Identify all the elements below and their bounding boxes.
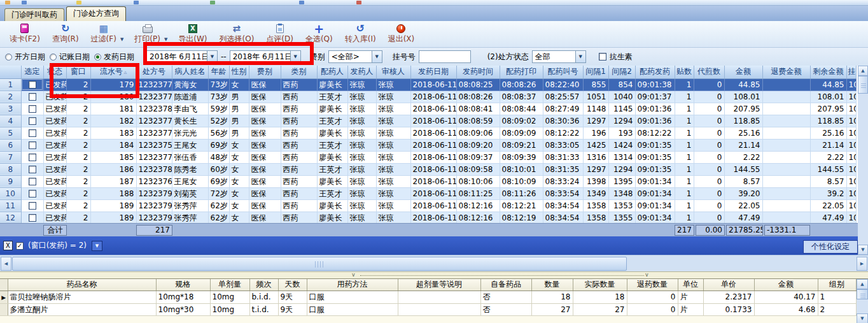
personalize-settings-button[interactable]: 个性化设定: [803, 240, 858, 254]
row-checkbox[interactable]: [29, 190, 36, 197]
scrollbar-thumb[interactable]: [12, 257, 627, 271]
column-header-性别[interactable]: 性别: [229, 66, 249, 78]
chevron-down-icon[interactable]: ▼: [164, 37, 167, 42]
detail-column-header-单剂量[interactable]: 单剂量: [210, 279, 249, 291]
column-header-病人姓名[interactable]: 病人姓名: [172, 66, 208, 78]
tab-prescription-query[interactable]: 门诊处方查询: [66, 6, 126, 21]
scroll-up-icon[interactable]: ▲: [857, 279, 868, 289]
table-row[interactable]: 5已发药218312323770张元光56岁男医保西药廖美长张琼张琼2018-0…: [0, 127, 856, 139]
horizontal-scrollbar[interactable]: ◀ ▶: [0, 255, 868, 271]
scroll-right-icon[interactable]: ▶: [857, 257, 867, 271]
reg-no-input[interactable]: [419, 50, 471, 63]
sync-button[interactable]: 转入库(I): [340, 22, 381, 47]
status-combo[interactable]: 全部 ▼: [532, 50, 586, 63]
detail-column-header-退药数量[interactable]: 退药数量: [627, 279, 678, 291]
cell[interactable]: [21, 163, 43, 175]
table-row[interactable]: 12已发药218912323794张秀萍62岁女医保西药廖美长张琼张琼2018-…: [0, 212, 856, 223]
filter-enabled-checkbox[interactable]: [16, 242, 24, 250]
table-row[interactable]: 6已发药218412323754王尾女69岁女医保西药王英才张琼张琼2018-0…: [0, 139, 856, 151]
row-checkbox[interactable]: [29, 105, 36, 113]
column-header-选定[interactable]: 选定: [21, 66, 43, 78]
cell[interactable]: [21, 78, 43, 90]
table-row[interactable]: 9已发药218712323760王尾女69岁女医保西药廖美长张琼张琼2018-0…: [0, 175, 856, 187]
chevron-down-icon[interactable]: ▼: [372, 51, 382, 62]
detail-vertical-scrollbar[interactable]: ▲ ▼: [857, 279, 868, 323]
detail-column-header-用药方法[interactable]: 用药方法: [307, 279, 398, 291]
detail-table-row[interactable]: 多潘立酮片10mg*3010mgt.i.d.9天口服否27270片0.17334…: [0, 303, 856, 315]
cell[interactable]: [21, 199, 43, 212]
column-header-代煎数[interactable]: 代煎数: [694, 66, 724, 78]
detail-column-header-数量[interactable]: 数量: [531, 279, 573, 291]
column-header-间隔1[interactable]: 间隔1: [583, 66, 608, 78]
detail-column-header-规格[interactable]: 规格: [156, 279, 210, 291]
column-header-退费金额[interactable]: 退费金额: [762, 66, 810, 78]
detail-column-header-实际数量[interactable]: 实际数量: [573, 279, 627, 291]
chevron-down-icon[interactable]: ▼: [575, 51, 585, 62]
detail-column-header-天数[interactable]: 天数: [278, 279, 307, 291]
scroll-down-icon[interactable]: ▼: [857, 313, 868, 323]
scrollbar-thumb[interactable]: [857, 289, 868, 299]
filter-button[interactable]: 过滤(F): [87, 22, 121, 47]
chevron-down-icon[interactable]: ▼: [120, 37, 123, 42]
detail-column-header-超剂量等说明[interactable]: 超剂量等说明: [398, 279, 480, 291]
scroll-down-icon[interactable]: ▼: [858, 245, 868, 255]
column-header-金额[interactable]: 金额: [724, 66, 762, 78]
date-type-radio-1[interactable]: 开方日期: [5, 52, 45, 62]
scroll-up-icon[interactable]: ▲: [858, 66, 868, 76]
detail-column-header-组别[interactable]: 组别: [818, 279, 856, 291]
scrollbar-thumb[interactable]: [858, 76, 868, 94]
row-checkbox[interactable]: [29, 81, 36, 89]
cell[interactable]: [21, 212, 43, 223]
table-row[interactable]: 3已发药218112323783李由飞59岁男医保西药廖美长张琼张琼2018-0…: [0, 103, 856, 115]
table-row[interactable]: 10已发药218812323792刘菊英72岁女医保西药王英才张琼张琼2018-…: [0, 187, 856, 199]
table-row[interactable]: 7已发药218512323772张伍香48岁女医保西药廖美长张琼张琼2018-0…: [0, 151, 856, 163]
column-header-配药人[interactable]: 配药人: [317, 66, 347, 78]
antibiotic-checkbox[interactable]: [599, 53, 606, 61]
column-header-配药叫号[interactable]: 配药叫号: [543, 66, 583, 78]
cell[interactable]: [21, 151, 43, 163]
card-reader-button[interactable]: 读卡(F2): [5, 22, 45, 47]
row-checkbox[interactable]: [29, 93, 36, 101]
row-checkbox[interactable]: [29, 178, 36, 185]
detail-column-header-单价[interactable]: 单价: [703, 279, 754, 291]
row-checkbox[interactable]: [29, 117, 36, 125]
row-checkbox[interactable]: [29, 166, 36, 173]
detail-column-header-金额[interactable]: 金额: [754, 279, 818, 291]
column-header-处方号[interactable]: 处方号: [136, 66, 172, 78]
column-header-发药日期[interactable]: 发药日期: [410, 66, 456, 78]
date-type-radio-3[interactable]: 发药日期: [94, 52, 134, 62]
column-header-rownum[interactable]: [0, 66, 21, 78]
column-header-费别[interactable]: 费别: [249, 66, 281, 78]
cell[interactable]: [21, 115, 43, 127]
cell[interactable]: [21, 90, 43, 103]
column-header-贴数[interactable]: 贴数: [675, 66, 694, 78]
column-header-配药打印[interactable]: 配药打印: [500, 66, 543, 78]
detail-column-header-药品名称[interactable]: 药品名称: [8, 279, 156, 291]
vertical-scrollbar[interactable]: ▲ ▼: [858, 66, 868, 255]
cell[interactable]: [21, 103, 43, 115]
row-checkbox[interactable]: [29, 214, 36, 222]
column-header-发药时间[interactable]: 发药时间: [456, 66, 500, 78]
table-row[interactable]: 11已发药218912323793张秀萍62岁女医保西药廖美长张琼张琼2018-…: [0, 199, 856, 212]
cell[interactable]: [21, 187, 43, 199]
detail-column-header-自备药品[interactable]: 自备药品: [480, 279, 531, 291]
row-checkbox[interactable]: [29, 154, 36, 161]
row-checkbox[interactable]: [29, 129, 36, 137]
row-checkbox[interactable]: [29, 141, 36, 149]
scroll-left-icon[interactable]: ◀: [1, 257, 11, 271]
column-header-审核人[interactable]: 审核人: [376, 66, 410, 78]
column-header-剩余金额[interactable]: 剩余金额: [810, 66, 846, 78]
table-row[interactable]: 8已发药218612323785陈秀老60岁女医保西药王英才张琼张琼2018-0…: [0, 163, 856, 175]
refresh-button[interactable]: 查询(R): [48, 22, 83, 47]
cell[interactable]: [21, 127, 43, 139]
cell[interactable]: [21, 175, 43, 187]
column-header-间隔2[interactable]: 间隔2: [608, 66, 635, 78]
column-header-年龄[interactable]: 年龄: [208, 66, 229, 78]
filter-dropdown-button[interactable]: ▼: [92, 241, 102, 251]
column-header-配药发药[interactable]: 配药发药: [635, 66, 675, 78]
column-header-发药人[interactable]: 发药人: [347, 66, 376, 78]
column-header-挂[interactable]: 挂: [846, 66, 856, 78]
tab-call-dispense[interactable]: 门诊呼叫取药: [4, 8, 64, 21]
date-type-radio-2[interactable]: 记账日期: [50, 52, 90, 62]
row-checkbox[interactable]: [29, 202, 36, 210]
